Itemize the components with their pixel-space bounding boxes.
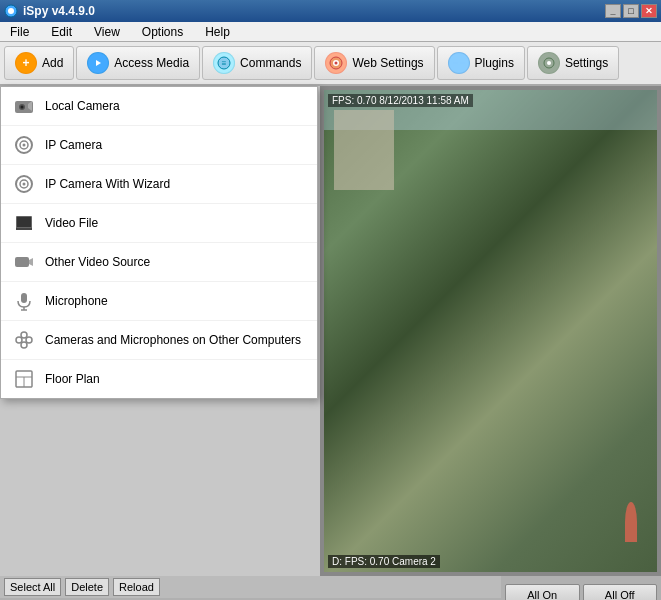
app-icon xyxy=(4,4,18,18)
maximize-button[interactable]: □ xyxy=(623,4,639,18)
ip-camera-wizard-icon xyxy=(13,173,35,195)
menu-file[interactable]: File xyxy=(4,23,35,41)
camera-building-decoration xyxy=(334,110,394,190)
svg-text:≡: ≡ xyxy=(222,59,227,68)
cameras-other-item[interactable]: Cameras and Microphones on Other Compute… xyxy=(1,321,317,360)
thumbnails-area: Select All Delete Reload 9:11 (00:14) 9:… xyxy=(0,576,501,600)
settings-label: Settings xyxy=(565,56,608,70)
svg-rect-29 xyxy=(16,228,32,230)
window-controls[interactable]: _ □ ✕ xyxy=(605,4,657,18)
left-panel: Local Camera IP Camera IP Camera With Wi… xyxy=(0,86,320,576)
svg-point-26 xyxy=(23,183,26,186)
svg-point-20 xyxy=(21,106,24,109)
access-media-icon xyxy=(87,52,109,74)
local-camera-item[interactable]: Local Camera xyxy=(1,87,317,126)
svg-rect-13 xyxy=(453,64,459,70)
microphone-item[interactable]: Microphone xyxy=(1,282,317,321)
video-file-label: Video File xyxy=(45,216,98,230)
svg-point-38 xyxy=(21,342,27,348)
menu-options[interactable]: Options xyxy=(136,23,189,41)
menu-help[interactable]: Help xyxy=(199,23,236,41)
add-button[interactable]: + Add xyxy=(4,46,74,80)
app-title: iSpy v4.4.9.0 xyxy=(23,4,95,18)
svg-marker-31 xyxy=(29,258,33,266)
local-camera-label: Local Camera xyxy=(45,99,120,113)
floor-plan-label: Floor Plan xyxy=(45,372,100,386)
web-settings-icon xyxy=(325,52,347,74)
svg-text:+: + xyxy=(22,56,29,70)
svg-rect-32 xyxy=(21,293,27,303)
cameras-other-icon xyxy=(13,329,35,351)
plugins-icon xyxy=(448,52,470,74)
cameras-other-label: Cameras and Microphones on Other Compute… xyxy=(45,333,301,347)
video-file-item[interactable]: Video File xyxy=(1,204,317,243)
minimize-button[interactable]: _ xyxy=(605,4,621,18)
web-settings-button[interactable]: Web Settings xyxy=(314,46,434,80)
settings-icon xyxy=(538,52,560,74)
web-settings-label: Web Settings xyxy=(352,56,423,70)
ctrl-row-1: All On All Off xyxy=(505,584,657,600)
svg-point-23 xyxy=(23,144,26,147)
svg-point-35 xyxy=(16,337,22,343)
menu-edit[interactable]: Edit xyxy=(45,23,78,41)
microphone-label: Microphone xyxy=(45,294,108,308)
delete-button[interactable]: Delete xyxy=(65,578,109,596)
commands-icon: ≡ xyxy=(213,52,235,74)
camera-figure-decoration xyxy=(625,502,637,542)
commands-label: Commands xyxy=(240,56,301,70)
svg-point-37 xyxy=(26,337,32,343)
add-dropdown-menu: Local Camera IP Camera IP Camera With Wi… xyxy=(0,86,318,399)
menu-bar: File Edit View Options Help xyxy=(0,22,661,42)
video-file-icon xyxy=(13,212,35,234)
toolbar: + Add Access Media ≡ Commands Web Settin… xyxy=(0,42,661,86)
bottom-section: Select All Delete Reload 9:11 (00:14) 9:… xyxy=(0,576,661,600)
ip-camera-item[interactable]: IP Camera xyxy=(1,126,317,165)
camera-overlay-text: FPS: 0.70 8/12/2013 11:58 AM xyxy=(328,94,473,107)
microphone-icon xyxy=(13,290,35,312)
thumbnail-header: Select All Delete Reload xyxy=(0,576,501,598)
svg-rect-11 xyxy=(453,57,459,63)
svg-point-1 xyxy=(8,8,14,14)
other-video-item[interactable]: Other Video Source xyxy=(1,243,317,282)
camera-label-text: D: FPS: 0.70 Camera 2 xyxy=(328,555,440,568)
svg-point-16 xyxy=(547,61,551,65)
ip-camera-wizard-label: IP Camera With Wizard xyxy=(45,177,170,191)
floor-plan-item[interactable]: Floor Plan xyxy=(1,360,317,398)
svg-point-36 xyxy=(21,332,27,338)
add-label: Add xyxy=(42,56,63,70)
reload-button[interactable]: Reload xyxy=(113,578,160,596)
floor-plan-icon xyxy=(13,368,35,390)
plugins-label: Plugins xyxy=(475,56,514,70)
commands-button[interactable]: ≡ Commands xyxy=(202,46,312,80)
access-media-button[interactable]: Access Media xyxy=(76,46,200,80)
svg-rect-14 xyxy=(459,64,465,70)
menu-view[interactable]: View xyxy=(88,23,126,41)
other-video-icon xyxy=(13,251,35,273)
select-all-button[interactable]: Select All xyxy=(4,578,61,596)
all-on-button[interactable]: All On xyxy=(505,584,580,600)
svg-point-10 xyxy=(335,62,338,65)
other-video-label: Other Video Source xyxy=(45,255,150,269)
svg-rect-30 xyxy=(15,257,29,267)
ip-camera-label: IP Camera xyxy=(45,138,102,152)
svg-rect-12 xyxy=(459,57,465,63)
right-controls-panel: All On All Off Apply Schedule Record on … xyxy=(501,576,661,600)
svg-rect-28 xyxy=(17,217,31,227)
settings-button[interactable]: Settings xyxy=(527,46,619,80)
ip-camera-wizard-item[interactable]: IP Camera With Wizard xyxy=(1,165,317,204)
main-content: Local Camera IP Camera IP Camera With Wi… xyxy=(0,86,661,576)
title-bar: iSpy v4.4.9.0 _ □ ✕ xyxy=(0,0,661,22)
all-off-button[interactable]: All Off xyxy=(583,584,658,600)
camera-feed: FPS: 0.70 8/12/2013 11:58 AM D: FPS: 0.7… xyxy=(324,90,657,572)
close-button[interactable]: ✕ xyxy=(641,4,657,18)
local-camera-icon xyxy=(13,95,35,117)
access-media-label: Access Media xyxy=(114,56,189,70)
ip-camera-icon xyxy=(13,134,35,156)
plugins-button[interactable]: Plugins xyxy=(437,46,525,80)
add-icon: + xyxy=(15,52,37,74)
right-panel: FPS: 0.70 8/12/2013 11:58 AM D: FPS: 0.7… xyxy=(320,86,661,576)
